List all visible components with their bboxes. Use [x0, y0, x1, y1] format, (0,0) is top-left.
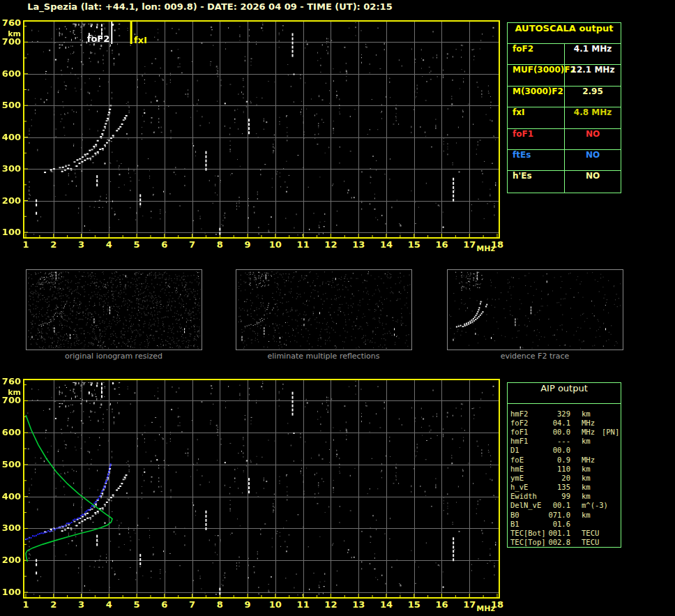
parameter-value: 4.1 MHz [565, 44, 621, 64]
parameter-value: NO [565, 150, 621, 170]
x-tick-label: 12 [322, 240, 339, 250]
parameter-label: ftEs [508, 150, 565, 170]
x-tick-label: 17 [461, 600, 478, 610]
autoscala-row-fof2: foF24.1 MHz [508, 44, 621, 65]
aip-row-yme: ymE20km [508, 473, 621, 482]
parameter-unit: MHz [582, 428, 595, 436]
x-tick-label: 6 [156, 600, 173, 610]
parameter-unit: km [582, 483, 591, 491]
x-tick-label: 8 [211, 240, 228, 250]
parameter-label: DelN_vE [510, 501, 547, 509]
x-tick-label: 5 [128, 240, 145, 250]
thumbnail-evidence-f2 [447, 269, 623, 350]
aip-row-b0: B0071.0km [508, 510, 621, 519]
parameter-label: M(3000)F2 [508, 87, 565, 107]
parameter-label: hmE [510, 465, 547, 473]
x-tick-label: 9 [239, 600, 256, 610]
aip-row-fof2: foF204.1MHz [508, 418, 621, 427]
parameter-value: 20 [547, 474, 570, 482]
autoscala-row-muf3000f2: MUF(3000)F212.1 MHz [508, 65, 621, 86]
parameter-label: foF1 [510, 428, 547, 436]
autoscala-table-title: AUTOSCALA output [508, 23, 621, 44]
x-tick-label: 9 [239, 240, 256, 250]
main-ionogram-panel [23, 20, 500, 239]
parameter-label: fxI [508, 107, 565, 128]
y-tick-label: 300 [0, 164, 21, 174]
y-tick-label: 100 [0, 587, 21, 597]
y-tick-label: 600 [0, 428, 21, 437]
parameter-unit: TECU [582, 538, 599, 546]
autoscala-row-fof1: foF1NO [508, 129, 621, 150]
parameter-label: foF2 [508, 44, 565, 64]
autoscala-row-ftes: ftEsNO [508, 150, 621, 171]
parameter-value: 2.95 [565, 87, 621, 107]
x-tick-label: 16 [433, 240, 450, 250]
y-axis-unit-label: km [0, 388, 21, 397]
x-tick-label: 11 [295, 240, 312, 250]
y-tick-label: 600 [0, 69, 21, 79]
parameter-label: hmF1 [510, 437, 547, 445]
aip-row-b1: B101.6 [508, 519, 621, 528]
autoscala-table-rows: foF24.1 MHzMUF(3000)F212.1 MHzM(3000)F22… [508, 44, 621, 193]
aip-row-hmf2: hmF2329km [508, 409, 621, 418]
parameter-value: NO [565, 129, 621, 149]
parameter-unit: km [582, 465, 591, 473]
x-axis-unit-label: MHz [476, 604, 495, 613]
parameter-label: foE [510, 456, 547, 464]
aip-row-hve: h_vE135km [508, 483, 621, 492]
aip-row-tectop: TEC[Top]002.8TECU [508, 538, 621, 547]
y-tick-label: 500 [0, 100, 21, 110]
model-ionogram-panel [23, 379, 500, 599]
thumbnail-original-canvas [26, 270, 202, 350]
parameter-value: 00.0 [547, 428, 570, 436]
aip-table-title: AIP output [508, 383, 621, 404]
y-tick-label: 500 [0, 460, 21, 469]
x-axis-unit-label: MHz [476, 244, 495, 253]
parameter-unit: m^(-3) [582, 501, 608, 509]
parameter-label: TEC[Bot] [510, 529, 547, 537]
parameter-value: 00.1 [547, 501, 570, 509]
x-tick-label: 6 [156, 240, 173, 250]
x-tick-label: 13 [350, 240, 367, 250]
x-tick-label: 10 [267, 240, 284, 250]
parameter-value: --- [547, 437, 570, 445]
parameter-value: 99 [547, 492, 570, 500]
aip-row-hmf1: hmF1---km [508, 437, 621, 446]
x-tick-label: 13 [350, 600, 367, 610]
y-tick-label: 760 [0, 377, 21, 386]
y-tick-label: 100 [0, 227, 21, 237]
parameter-value: 0.9 [547, 456, 570, 464]
aip-row-foe: foE0.9MHz [508, 455, 621, 464]
thumbnail-caption-evidence: evidence F2 trace [501, 352, 570, 361]
thumbnail-evidence-canvas [448, 270, 623, 350]
autoscala-row-m3000f2: M(3000)F22.95 [508, 87, 621, 107]
parameter-unit: km [582, 474, 591, 482]
parameter-label: foF2 [510, 419, 547, 427]
x-tick-label: 11 [295, 600, 312, 610]
x-tick-label: 2 [45, 600, 62, 610]
x-tick-label: 17 [461, 240, 478, 250]
parameter-unit: km [582, 437, 591, 445]
x-tick-label: 1 [17, 240, 34, 250]
aip-row-fof1: foF100.0MHz[PN] [508, 427, 621, 436]
parameter-value: 04.1 [547, 419, 570, 427]
thumbnail-caption-original: original ionogram resized [65, 352, 162, 361]
parameter-label: foF1 [508, 129, 565, 149]
y-tick-label: 760 [0, 18, 21, 28]
thumbnail-eliminate-canvas [236, 270, 411, 350]
parameter-unit: TECU [582, 529, 599, 537]
model-ionogram-canvas [23, 379, 500, 599]
y-tick-label: 300 [0, 523, 21, 533]
y-tick-label: 700 [0, 37, 21, 47]
y-axis-unit-label: km [0, 29, 21, 38]
parameter-value: 002.8 [547, 538, 570, 546]
parameter-unit: MHz [582, 419, 595, 427]
x-tick-label: 15 [406, 600, 423, 610]
thumbnail-caption-eliminate: eliminate multiple reflections [268, 352, 380, 361]
y-tick-label: 200 [0, 555, 21, 565]
parameter-value: 329 [547, 410, 570, 418]
x-tick-label: 10 [267, 600, 284, 610]
parameter-value: 00.0 [547, 446, 570, 454]
aip-row-delnve: DelN_vE00.1m^(-3) [508, 501, 621, 510]
parameter-label: h'Es [508, 171, 565, 192]
